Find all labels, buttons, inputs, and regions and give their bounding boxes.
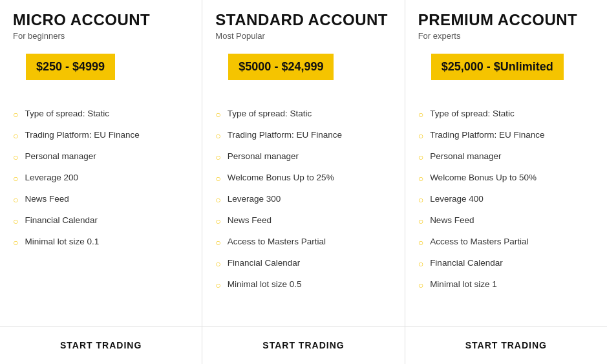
plan-price-micro: $250 - $4999 [26, 54, 115, 80]
bullet-icon: ○ [13, 131, 18, 141]
plan-subtitle-premium: For experts [418, 31, 594, 41]
list-item: ○Access to Masters Partial [215, 231, 391, 253]
bullet-icon: ○ [215, 109, 220, 120]
feature-text: Trading Platform: EU Finance [430, 130, 544, 140]
bullet-icon: ○ [215, 195, 220, 205]
list-item: ○Welcome Bonus Up to 50% [418, 167, 594, 189]
pricing-container: MICRO ACCOUNTFor beginners$250 - $4999○T… [0, 0, 607, 364]
bullet-icon: ○ [418, 152, 423, 162]
feature-text: Minimal lot size 1 [430, 279, 497, 289]
list-item: ○Access to Masters Partial [418, 231, 594, 253]
feature-text: Personal manager [430, 151, 501, 161]
bullet-icon: ○ [418, 131, 423, 141]
plan-card-micro: MICRO ACCOUNTFor beginners$250 - $4999○T… [0, 0, 202, 364]
plan-footer-micro: START TRADING [0, 326, 202, 364]
plan-features-micro: ○Type of spread: Static○Trading Platform… [0, 103, 202, 319]
feature-text: Type of spread: Static [430, 109, 515, 118]
feature-text: Leverage 300 [228, 194, 281, 204]
list-item: ○Minimal lot size 0.5 [215, 274, 391, 295]
plan-title-standard: STANDARD ACCOUNT [215, 12, 391, 28]
bullet-icon: ○ [215, 216, 220, 226]
list-item: ○Trading Platform: EU Finance [215, 125, 391, 146]
list-item: ○News Feed [13, 189, 189, 210]
bullet-icon: ○ [418, 259, 423, 269]
feature-text: Leverage 400 [430, 194, 484, 204]
plan-title-micro: MICRO ACCOUNT [13, 12, 189, 28]
list-item: ○Trading Platform: EU Finance [418, 125, 594, 146]
bullet-icon: ○ [418, 216, 423, 226]
list-item: ○Type of spread: Static [13, 103, 189, 125]
feature-text: Minimal lot size 0.1 [25, 237, 99, 246]
feature-text: Welcome Bonus Up to 50% [430, 173, 537, 182]
price-wrapper-standard: $5000 - $24,999 [202, 47, 404, 92]
bullet-icon: ○ [215, 173, 220, 184]
bullet-icon: ○ [215, 152, 220, 162]
feature-text: Leverage 200 [25, 173, 78, 182]
bullet-icon: ○ [215, 237, 220, 248]
start-trading-button-micro[interactable]: START TRADING [60, 340, 142, 350]
feature-text: Financial Calendar [25, 215, 98, 225]
plan-features-standard: ○Type of spread: Static○Trading Platform… [202, 103, 404, 319]
feature-text: Welcome Bonus Up to 25% [228, 173, 334, 182]
plan-header-micro: MICRO ACCOUNTFor beginners [0, 0, 202, 47]
plan-card-standard: STANDARD ACCOUNTMost Popular$5000 - $24,… [202, 0, 405, 364]
price-wrapper-micro: $250 - $4999 [0, 47, 202, 92]
list-item: ○Type of spread: Static [418, 103, 594, 125]
plan-price-premium: $25,000 - $Unlimited [431, 54, 564, 80]
bullet-icon: ○ [215, 259, 220, 269]
plan-features-premium: ○Type of spread: Static○Trading Platform… [405, 103, 607, 319]
plan-title-premium: PREMIUM ACCOUNT [418, 12, 594, 28]
bullet-icon: ○ [418, 237, 423, 248]
list-item: ○Leverage 400 [418, 189, 594, 210]
list-item: ○Welcome Bonus Up to 25% [215, 167, 391, 189]
list-item: ○Trading Platform: EU Finance [13, 125, 189, 146]
feature-text: News Feed [228, 215, 272, 225]
list-item: ○Leverage 300 [215, 189, 391, 210]
feature-text: Access to Masters Partial [228, 237, 326, 246]
plan-subtitle-standard: Most Popular [215, 31, 391, 41]
list-item: ○Financial Calendar [215, 253, 391, 274]
plan-price-standard: $5000 - $24,999 [228, 54, 334, 80]
list-item: ○Personal manager [13, 146, 189, 167]
list-item: ○News Feed [215, 210, 391, 231]
price-wrapper-premium: $25,000 - $Unlimited [405, 47, 607, 92]
list-item: ○Minimal lot size 1 [418, 274, 594, 295]
feature-text: Minimal lot size 0.5 [228, 279, 302, 289]
feature-text: Trading Platform: EU Finance [228, 130, 342, 140]
bullet-icon: ○ [418, 109, 423, 120]
bullet-icon: ○ [13, 173, 18, 184]
bullet-icon: ○ [418, 195, 423, 205]
plan-subtitle-micro: For beginners [13, 31, 189, 41]
plan-footer-premium: START TRADING [405, 326, 607, 364]
plan-header-standard: STANDARD ACCOUNTMost Popular [202, 0, 404, 47]
feature-text: Type of spread: Static [228, 109, 312, 118]
list-item: ○Personal manager [418, 146, 594, 167]
list-item: ○News Feed [418, 210, 594, 231]
bullet-icon: ○ [13, 195, 18, 205]
list-item: ○Leverage 200 [13, 167, 189, 189]
feature-text: Personal manager [228, 151, 299, 161]
plan-header-premium: PREMIUM ACCOUNTFor experts [405, 0, 607, 47]
feature-text: Personal manager [25, 151, 96, 161]
feature-text: Financial Calendar [430, 258, 503, 268]
start-trading-button-standard[interactable]: START TRADING [262, 340, 344, 350]
list-item: ○Financial Calendar [418, 253, 594, 274]
plan-card-premium: PREMIUM ACCOUNTFor experts$25,000 - $Unl… [405, 0, 607, 364]
feature-text: News Feed [430, 215, 474, 225]
bullet-icon: ○ [13, 109, 18, 120]
start-trading-button-premium[interactable]: START TRADING [465, 340, 547, 350]
bullet-icon: ○ [418, 280, 423, 290]
list-item: ○Financial Calendar [13, 210, 189, 231]
feature-text: Trading Platform: EU Finance [25, 130, 139, 140]
bullet-icon: ○ [418, 173, 423, 184]
plan-footer-standard: START TRADING [202, 326, 404, 364]
feature-text: Type of spread: Static [25, 109, 109, 118]
list-item: ○Minimal lot size 0.1 [13, 231, 189, 253]
list-item: ○Type of spread: Static [215, 103, 391, 125]
list-item: ○Personal manager [215, 146, 391, 167]
bullet-icon: ○ [13, 237, 18, 248]
feature-text: Access to Masters Partial [430, 237, 528, 246]
bullet-icon: ○ [215, 280, 220, 290]
feature-text: Financial Calendar [228, 258, 301, 268]
bullet-icon: ○ [13, 152, 18, 162]
